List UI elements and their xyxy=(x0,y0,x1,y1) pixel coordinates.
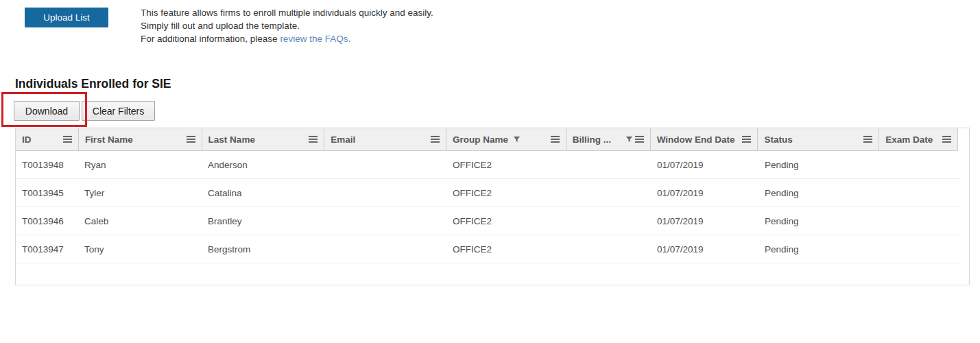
column-menu-icon[interactable] xyxy=(309,135,318,143)
cell-window-end-date: 01/07/2019 xyxy=(651,235,758,263)
table-row[interactable]: T0013948 Ryan Anderson OFFICE2 01/07/201… xyxy=(16,151,959,179)
cell-group-name: OFFICE2 xyxy=(446,235,566,263)
column-label: Last Name xyxy=(208,134,255,145)
download-button[interactable]: Download xyxy=(14,101,80,121)
cell-email xyxy=(324,207,446,235)
cell-billing xyxy=(566,179,651,206)
cell-id: T0013945 xyxy=(16,179,78,206)
cell-status: Pending xyxy=(758,151,880,178)
column-menu-icon[interactable] xyxy=(63,135,72,143)
funnel-filter-icon[interactable] xyxy=(625,136,633,143)
feature-description: This feature allows firms to enroll mult… xyxy=(141,6,433,45)
table-row[interactable]: T0013947 Tony Bergstrom OFFICE2 01/07/20… xyxy=(16,235,959,263)
cell-last-name: Brantley xyxy=(202,207,324,235)
column-header-id[interactable]: ID xyxy=(16,128,78,151)
cell-status: Pending xyxy=(758,179,880,206)
grid-toolbar: Download Clear Filters xyxy=(14,101,157,121)
column-label: Email xyxy=(331,134,355,145)
column-header-status[interactable]: Status xyxy=(757,128,879,151)
column-label: Billing ... xyxy=(573,134,611,145)
upload-list-button[interactable]: Upload List xyxy=(25,8,108,27)
table-body: T0013948 Ryan Anderson OFFICE2 01/07/201… xyxy=(16,151,969,263)
cell-last-name: Bergstrom xyxy=(202,235,324,263)
column-header-group-name[interactable]: Group Name xyxy=(446,128,566,151)
cell-window-end-date: 01/07/2019 xyxy=(651,207,758,235)
cell-status: Pending xyxy=(758,235,880,263)
faq-link[interactable]: review the FAQs. xyxy=(280,34,350,44)
column-menu-icon[interactable] xyxy=(942,135,951,143)
description-line-2: Simply fill out and upload the template. xyxy=(141,19,433,32)
cell-email xyxy=(324,179,446,206)
cell-email xyxy=(324,235,446,263)
cell-window-end-date: 01/07/2019 xyxy=(651,151,758,178)
cell-billing xyxy=(566,207,651,235)
cell-first-name: Tyler xyxy=(78,179,202,206)
cell-window-end-date: 01/07/2019 xyxy=(651,179,758,206)
scrollbar-gutter xyxy=(958,128,969,151)
description-line-3: For additional information, please revie… xyxy=(141,32,433,45)
column-menu-icon[interactable] xyxy=(187,135,195,143)
cell-exam-date xyxy=(880,151,959,178)
clear-filters-button[interactable]: Clear Filters xyxy=(82,101,155,121)
cell-last-name: Anderson xyxy=(202,151,324,178)
funnel-filter-icon[interactable] xyxy=(513,136,521,143)
cell-id: T0013948 xyxy=(16,151,78,178)
column-label: Window End Date xyxy=(657,134,735,145)
column-label: Group Name xyxy=(453,134,508,145)
cell-exam-date xyxy=(880,235,959,263)
cell-group-name: OFFICE2 xyxy=(446,207,566,235)
cell-last-name: Catalina xyxy=(202,179,324,206)
cell-first-name: Ryan xyxy=(78,151,202,178)
column-header-window-end-date[interactable]: Window End Date xyxy=(650,128,758,151)
cell-group-name: OFFICE2 xyxy=(446,151,566,178)
page-title: Individuals Enrolled for SIE xyxy=(15,77,171,91)
description-line-3-text: For additional information, please xyxy=(141,34,280,44)
column-label: ID xyxy=(22,134,32,145)
column-label: Status xyxy=(764,134,792,145)
column-menu-icon[interactable] xyxy=(551,135,560,143)
cell-exam-date xyxy=(880,179,959,206)
column-header-billing[interactable]: Billing ... xyxy=(566,128,650,151)
column-menu-icon[interactable] xyxy=(863,135,872,143)
column-menu-icon[interactable] xyxy=(742,135,751,143)
cell-id: T0013947 xyxy=(16,235,78,263)
enrolled-individuals-table: ID First Name Last Name Email Group Name xyxy=(15,128,970,285)
cell-exam-date xyxy=(880,207,959,235)
column-header-last-name[interactable]: Last Name xyxy=(202,128,324,151)
column-label: Exam Date xyxy=(885,134,933,145)
column-menu-icon[interactable] xyxy=(431,135,440,143)
cell-first-name: Tony xyxy=(78,235,202,263)
cell-status: Pending xyxy=(758,207,880,235)
cell-group-name: OFFICE2 xyxy=(446,179,566,206)
column-header-email[interactable]: Email xyxy=(324,128,446,151)
description-line-1: This feature allows firms to enroll mult… xyxy=(141,6,433,19)
cell-email xyxy=(324,151,446,178)
table-empty-area xyxy=(16,263,969,285)
table-row[interactable]: T0013946 Caleb Brantley OFFICE2 01/07/20… xyxy=(16,207,959,235)
table-header-row: ID First Name Last Name Email Group Name xyxy=(16,128,969,151)
column-header-first-name[interactable]: First Name xyxy=(78,128,202,151)
table-row[interactable]: T0013945 Tyler Catalina OFFICE2 01/07/20… xyxy=(16,179,959,207)
cell-first-name: Caleb xyxy=(78,207,202,235)
cell-billing xyxy=(566,235,651,263)
column-header-exam-date[interactable]: Exam Date xyxy=(879,128,958,151)
cell-id: T0013946 xyxy=(16,207,78,235)
column-menu-icon[interactable] xyxy=(635,135,644,143)
column-label: First Name xyxy=(85,134,133,145)
cell-billing xyxy=(566,151,651,178)
